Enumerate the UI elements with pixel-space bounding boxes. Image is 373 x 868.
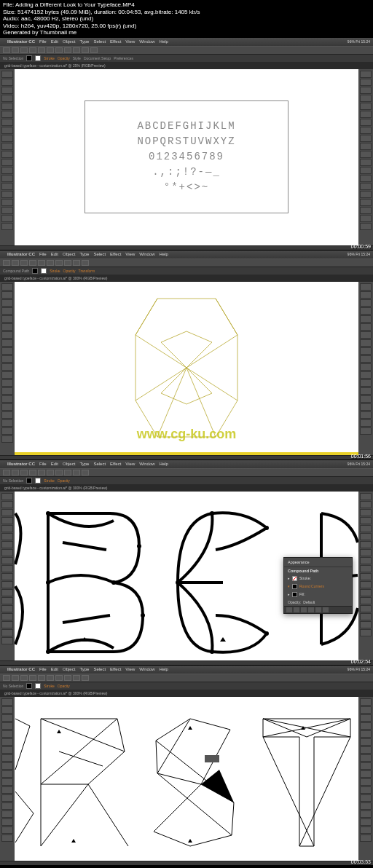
tb-btn[interactable]	[38, 260, 45, 266]
panel-btn[interactable]	[360, 778, 372, 786]
fill-swatch[interactable]	[26, 55, 32, 61]
tb-btn[interactable]	[82, 260, 89, 266]
tb-btn[interactable]	[20, 470, 28, 476]
tb-btn[interactable]	[29, 675, 36, 681]
letters-r-s-t-artwork[interactable]	[15, 697, 358, 861]
panel-btn[interactable]	[360, 151, 372, 158]
menu-view[interactable]: View	[125, 252, 135, 256]
tool-btn[interactable]	[1, 613, 13, 620]
panel-btn[interactable]	[360, 597, 372, 604]
scrollbar-horizontal[interactable]	[0, 660, 373, 665]
panel-btn[interactable]	[360, 746, 372, 754]
panel-btn[interactable]	[360, 199, 372, 206]
stroke-swatch-icon[interactable]	[292, 576, 297, 581]
panel-btn[interactable]	[360, 589, 372, 596]
panel-btn[interactable]	[360, 525, 372, 532]
tool-btn[interactable]	[1, 339, 13, 347]
menu-window[interactable]: Window	[139, 39, 154, 44]
menu-file[interactable]: File	[39, 252, 47, 256]
transform-label[interactable]: Transform	[79, 269, 95, 273]
lasso-tool[interactable]	[1, 95, 13, 102]
menu-type[interactable]: Type	[79, 667, 89, 671]
menu-window[interactable]: Window	[139, 462, 154, 466]
scrollbar-horizontal[interactable]	[0, 455, 373, 459]
canvas[interactable]	[15, 697, 358, 861]
wand-tool[interactable]	[1, 87, 13, 94]
stroke-swatch[interactable]	[35, 683, 41, 689]
appearance-panel[interactable]: Appearance Compound Path ▸ Stroke: ▾ Rou…	[283, 557, 353, 614]
menu-view[interactable]: View	[125, 462, 135, 466]
tool-btn[interactable]	[1, 770, 13, 778]
tb-btn[interactable]	[64, 47, 71, 53]
tb-btn[interactable]	[47, 470, 54, 476]
tb-btn[interactable]	[29, 260, 36, 266]
type-tool[interactable]	[1, 111, 13, 118]
panel-btn[interactable]	[360, 111, 372, 118]
panel-btn[interactable]	[360, 818, 372, 826]
tool-btn[interactable]	[1, 794, 13, 802]
tb-btn[interactable]	[38, 675, 45, 681]
panel-btn[interactable]	[360, 363, 372, 371]
style-label[interactable]: Style	[73, 56, 81, 60]
panel-btn[interactable]	[360, 714, 372, 722]
stroke-label[interactable]: Stroke	[50, 269, 60, 273]
panel-btn[interactable]	[360, 95, 372, 102]
tool-btn[interactable]	[1, 605, 13, 612]
tb-btn[interactable]	[82, 675, 89, 681]
tool-btn[interactable]	[1, 525, 13, 532]
menu-help[interactable]: Help	[160, 39, 168, 44]
panel-btn[interactable]	[360, 706, 372, 714]
panel-btn[interactable]	[360, 835, 372, 842]
panel-btn[interactable]	[360, 315, 372, 323]
tool-btn[interactable]	[1, 549, 13, 556]
opacity-label[interactable]: Opacity	[58, 684, 70, 688]
menu-object[interactable]: Object	[63, 252, 75, 256]
panel-btn[interactable]	[360, 509, 372, 516]
panel-footer-btn[interactable]	[301, 607, 307, 612]
fill-swatch-icon[interactable]	[292, 592, 297, 597]
tb-btn[interactable]	[47, 675, 54, 681]
menu-window[interactable]: Window	[139, 252, 154, 256]
panel-btn[interactable]	[360, 143, 372, 150]
tool-btn[interactable]	[1, 826, 13, 834]
width-tool[interactable]	[1, 175, 13, 182]
appearance-tab[interactable]: Appearance	[284, 558, 352, 567]
app-name[interactable]: Illustrator CC	[7, 39, 35, 44]
panel-footer-btn[interactable]	[308, 607, 314, 612]
eyedropper-tool[interactable]	[1, 223, 13, 230]
tool-btn[interactable]	[1, 395, 13, 403]
tool-btn[interactable]	[1, 722, 13, 730]
menu-help[interactable]: Help	[160, 252, 168, 256]
line-tool[interactable]	[1, 119, 13, 126]
panel-btn[interactable]	[360, 347, 372, 355]
tool-btn[interactable]	[1, 493, 13, 500]
pencil-tool[interactable]	[1, 143, 13, 150]
tool-btn[interactable]	[1, 597, 13, 604]
tb-btn[interactable]	[90, 47, 98, 53]
tb-btn[interactable]	[12, 260, 19, 266]
panel-btn[interactable]	[360, 501, 372, 508]
panel-footer-btn[interactable]	[315, 607, 321, 612]
menu-select[interactable]: Select	[93, 39, 106, 44]
tool-btn[interactable]	[1, 565, 13, 572]
tb-btn[interactable]	[12, 675, 19, 681]
tb-btn[interactable]	[82, 47, 89, 53]
panel-btn[interactable]	[360, 175, 372, 182]
opacity-label[interactable]: Opacity	[58, 478, 70, 483]
tb-btn[interactable]	[47, 260, 54, 266]
opacity-label[interactable]: Opacity	[63, 269, 76, 273]
tool-btn[interactable]	[1, 403, 13, 411]
panel-btn[interactable]	[360, 613, 372, 620]
menu-file[interactable]: File	[39, 667, 47, 671]
panel-btn[interactable]	[360, 517, 372, 524]
trash-icon[interactable]	[323, 607, 329, 612]
tool-btn[interactable]	[1, 621, 13, 628]
scrollbar-horizontal[interactable]	[0, 245, 373, 250]
tool-btn[interactable]	[1, 435, 13, 443]
tool-btn[interactable]	[1, 746, 13, 754]
tb-btn[interactable]	[29, 470, 36, 476]
panel-btn[interactable]	[360, 754, 372, 762]
tool-btn[interactable]	[1, 730, 13, 738]
panel-btn[interactable]	[360, 794, 372, 802]
panel-btn[interactable]	[360, 411, 372, 419]
